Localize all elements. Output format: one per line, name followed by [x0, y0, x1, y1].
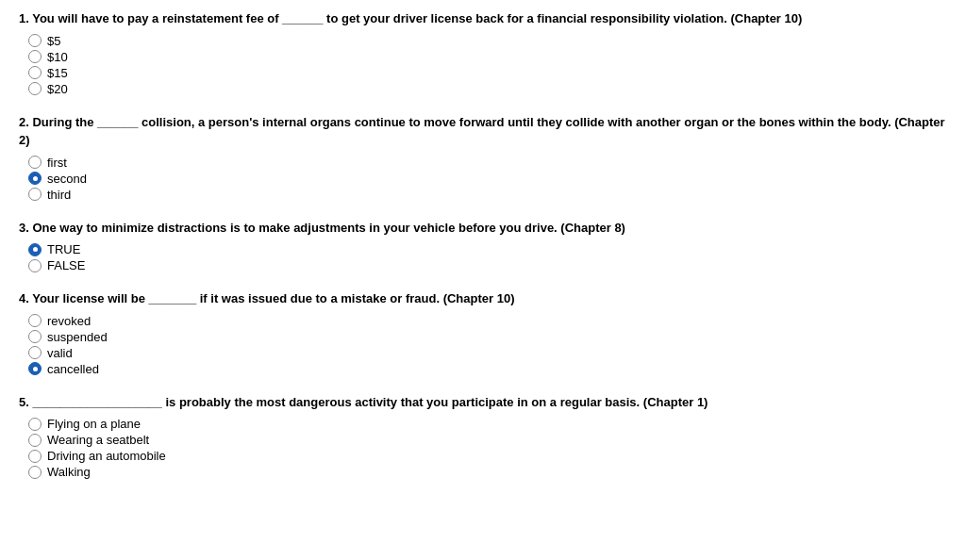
option-label-q2c: third	[47, 188, 71, 202]
radio-q4c[interactable]	[28, 346, 42, 359]
radio-q2c[interactable]	[28, 188, 42, 201]
option-item-q3a[interactable]: TRUE	[28, 242, 947, 256]
radio-q1b[interactable]	[28, 50, 42, 63]
radio-q5d[interactable]	[28, 466, 42, 479]
option-item-q5a[interactable]: Flying on a plane	[28, 417, 947, 431]
question-block-4: 4. Your license will be _______ if it wa…	[19, 289, 947, 376]
question-text-5: 5. ___________________ is probably the m…	[19, 393, 947, 412]
option-label-q5b: Wearing a seatbelt	[47, 433, 149, 447]
option-label-q5d: Walking	[47, 465, 91, 479]
option-label-q3b: FALSE	[47, 258, 85, 272]
question-block-2: 2. During the ______ collision, a person…	[19, 113, 947, 202]
option-label-q2a: first	[47, 156, 67, 170]
radio-q1c[interactable]	[28, 66, 42, 79]
radio-q1a[interactable]	[28, 34, 42, 47]
option-item-q1a[interactable]: $5	[28, 34, 947, 48]
question-block-5: 5. ___________________ is probably the m…	[19, 393, 947, 480]
radio-q5c[interactable]	[28, 450, 42, 463]
question-text-4: 4. Your license will be _______ if it wa…	[19, 289, 947, 308]
option-item-q5b[interactable]: Wearing a seatbelt	[28, 433, 947, 447]
radio-q4d[interactable]	[28, 362, 42, 375]
option-item-q1b[interactable]: $10	[28, 50, 947, 64]
option-item-q2a[interactable]: first	[28, 156, 947, 170]
option-label-q4d: cancelled	[47, 362, 99, 376]
option-item-q3b[interactable]: FALSE	[28, 258, 947, 272]
option-label-q5a: Flying on a plane	[47, 417, 141, 431]
option-label-q4c: valid	[47, 346, 73, 360]
radio-q3b[interactable]	[28, 259, 42, 272]
option-label-q5c: Driving an automobile	[47, 449, 166, 463]
option-item-q5c[interactable]: Driving an automobile	[28, 449, 947, 463]
option-item-q2b[interactable]: second	[28, 172, 947, 186]
option-item-q1d[interactable]: $20	[28, 82, 947, 96]
question-block-1: 1. You will have to pay a reinstatement …	[19, 9, 947, 96]
question-text-3: 3. One way to minimize distractions is t…	[19, 219, 947, 238]
options-3: TRUEFALSE	[28, 242, 947, 272]
option-item-q4a[interactable]: revoked	[28, 314, 947, 328]
option-label-q2b: second	[47, 172, 87, 186]
radio-q2b[interactable]	[28, 172, 42, 185]
option-label-q1a: $5	[47, 34, 60, 48]
radio-q3a[interactable]	[28, 243, 42, 256]
radio-q1d[interactable]	[28, 82, 42, 95]
option-label-q4b: suspended	[47, 330, 108, 344]
quiz-container: 1. You will have to pay a reinstatement …	[19, 9, 947, 479]
question-text-2: 2. During the ______ collision, a person…	[19, 113, 947, 150]
option-item-q2c[interactable]: third	[28, 188, 947, 202]
option-label-q4a: revoked	[47, 314, 91, 328]
option-item-q4d[interactable]: cancelled	[28, 362, 947, 376]
option-item-q4c[interactable]: valid	[28, 346, 947, 360]
radio-q5b[interactable]	[28, 434, 42, 447]
radio-q4a[interactable]	[28, 314, 42, 327]
option-item-q1c[interactable]: $15	[28, 66, 947, 80]
option-label-q1c: $15	[47, 66, 68, 80]
option-label-q1d: $20	[47, 82, 68, 96]
radio-q5a[interactable]	[28, 418, 42, 431]
radio-q2a[interactable]	[28, 156, 42, 169]
radio-q4b[interactable]	[28, 330, 42, 343]
question-block-3: 3. One way to minimize distractions is t…	[19, 219, 947, 273]
options-4: revokedsuspendedvalidcancelled	[28, 314, 947, 376]
options-5: Flying on a planeWearing a seatbeltDrivi…	[28, 417, 947, 479]
option-label-q1b: $10	[47, 50, 68, 64]
option-label-q3a: TRUE	[47, 242, 80, 256]
option-item-q4b[interactable]: suspended	[28, 330, 947, 344]
options-1: $5$10$15$20	[28, 34, 947, 96]
option-item-q5d[interactable]: Walking	[28, 465, 947, 479]
question-text-1: 1. You will have to pay a reinstatement …	[19, 9, 947, 28]
options-2: firstsecondthird	[28, 156, 947, 202]
